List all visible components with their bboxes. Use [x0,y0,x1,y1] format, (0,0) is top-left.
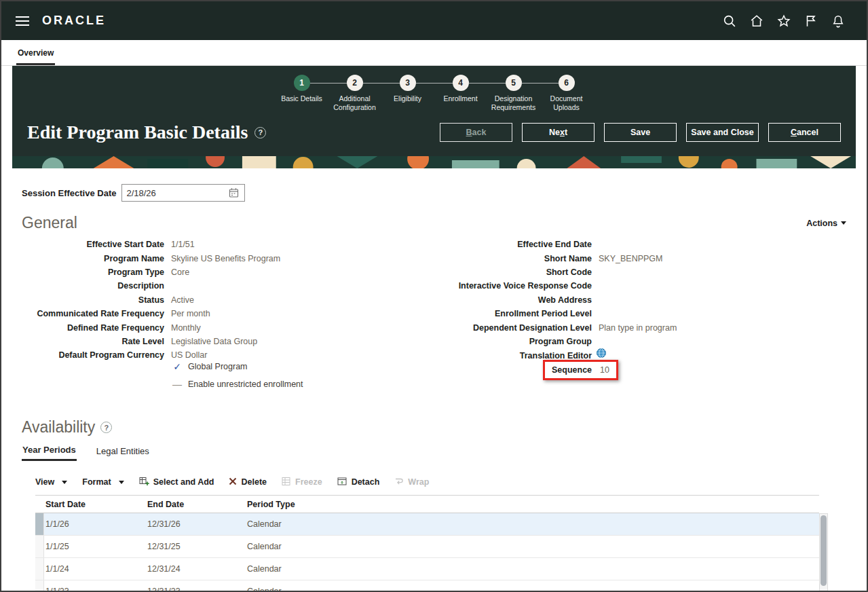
row-selector[interactable] [35,580,44,592]
detach-button[interactable]: Detach [337,477,380,488]
help-icon[interactable]: ? [254,127,266,138]
field-label: Effective Start Date [22,240,164,249]
search-icon[interactable] [716,7,743,35]
row-selector[interactable] [35,558,44,580]
vertical-scrollbar[interactable] [819,513,828,592]
availability-section-title: Availability [22,418,95,437]
column-header-period-type[interactable]: Period Type [246,500,819,509]
chevron-down-icon [119,481,124,484]
train-step-document-uploads[interactable]: 6 Document Uploads [540,75,593,112]
favorites-star-icon[interactable] [770,7,797,35]
table-row[interactable]: 1/1/24 12/31/24 Calendar [35,558,819,580]
enable-unrestricted-enrollment-checkbox[interactable]: — Enable unrestricted enrollment [172,379,303,390]
field-label: Enrollment Period Level [436,309,592,318]
select-and-add-button[interactable]: Select and Add [139,476,214,488]
translation-editor-globe-icon[interactable] [596,348,607,360]
menu-icon[interactable] [12,11,33,31]
step-circle: 1 [294,75,310,91]
back-button[interactable]: Back [440,123,512,142]
step-circle: 2 [347,75,363,91]
application-window: ORACLE Overview 1 Basic Details 2 [0,0,868,592]
table-toolbar: View Format Select and Add Delete Freeze… [35,476,846,488]
step-circle: 5 [506,75,522,91]
train-step-eligibility[interactable]: 3 Eligibility [381,75,434,112]
help-icon[interactable]: ? [100,422,112,433]
train-step-designation-requirements[interactable]: 5 Designation Requirements [487,75,540,112]
scrollbar-thumb[interactable] [820,515,827,586]
train-step-basic-details[interactable]: 1 Basic Details [276,75,328,112]
oracle-logo: ORACLE [42,14,106,28]
field-value: Plan type in program [599,323,677,333]
field-label: Web Address [436,295,592,305]
field-label: Short Code [436,267,592,277]
save-button[interactable]: Save [604,123,677,142]
general-section-title: General [22,214,77,232]
table-row[interactable]: 1/1/25 12/31/25 Calendar [35,536,819,558]
freeze-button[interactable]: Freeze [282,477,322,488]
notifications-bell-icon[interactable] [825,7,852,35]
table-header: Start Date End Date Period Type [35,495,819,513]
column-header-start-date[interactable]: Start Date [44,500,146,509]
announcements-flag-icon[interactable] [797,7,825,35]
tab-overview[interactable]: Overview [16,42,55,65]
decorative-artwork [12,156,856,168]
field-label: Program Group [436,337,592,346]
cell-start-date: 1/1/26 [44,519,146,529]
format-menu-button[interactable]: Format [82,477,124,487]
view-menu-button[interactable]: View [35,477,67,487]
table-row[interactable]: 1/1/23 12/31/23 Calendar [35,580,819,592]
chevron-down-icon [62,481,67,484]
freeze-icon [282,477,291,488]
step-circle: 3 [400,75,416,91]
row-selector[interactable] [35,513,44,535]
field-label: Default Program Currency [22,350,164,360]
global-header: ORACLE [1,1,867,40]
field-label: Status [22,295,164,305]
tab-legal-entities[interactable]: Legal Entities [96,445,150,461]
translation-editor-label: Translation Editor [520,351,592,360]
cell-period-type: Calendar [246,587,819,592]
cell-end-date: 12/31/24 [146,564,246,574]
page-banner: 1 Basic Details 2 Additional Configurati… [12,66,856,168]
global-program-checkbox[interactable]: ✓ Global Program [172,361,248,372]
general-fields: Effective Start Date1/1/51 Program NameS… [22,238,846,402]
cancel-button[interactable]: Cancel [768,123,841,142]
sequence-value: 10 [600,365,609,375]
cell-start-date: 1/1/25 [44,542,146,551]
banner-actions: Back Next Save Save and Close Cancel [430,123,841,142]
cell-start-date: 1/1/24 [44,564,146,574]
cell-end-date: 12/31/26 [146,519,246,529]
wrap-button[interactable]: Wrap [394,477,429,487]
save-and-close-button[interactable]: Save and Close [686,123,759,142]
date-picker-icon[interactable] [225,186,243,200]
train-step-enrollment[interactable]: 4 Enrollment [434,75,487,112]
home-icon[interactable] [743,7,770,35]
field-value: Skyline US Benefits Program [171,254,280,263]
step-circle: 6 [559,75,575,91]
session-effective-date-input[interactable] [122,185,224,201]
field-value: Core [171,267,280,277]
next-button[interactable]: Next [522,123,595,142]
step-circle: 4 [453,75,469,91]
row-selector[interactable] [35,536,44,557]
detach-icon [337,477,347,488]
field-label: Short Name [436,254,592,263]
field-value: US Dollar [171,350,280,360]
field-value: Monthly [171,323,280,333]
train-step-additional-configuration[interactable]: 2 Additional Configuration [328,75,381,112]
step-label: Eligibility [382,94,434,103]
cell-period-type: Calendar [246,564,819,574]
year-periods-table: Start Date End Date Period Type 1/1/26 1… [35,495,828,592]
actions-menu-button[interactable]: Actions [806,219,846,228]
wrap-icon [394,477,404,487]
tab-year-periods[interactable]: Year Periods [22,445,77,461]
table-row[interactable]: 1/1/26 12/31/26 Calendar [35,513,819,536]
delete-button[interactable]: Delete [229,477,267,487]
field-value: Active [171,295,280,305]
step-label: Enrollment [435,94,487,103]
cell-period-type: Calendar [246,542,819,551]
sequence-label: Sequence [552,365,592,375]
field-label: Program Type [22,267,164,277]
column-header-end-date[interactable]: End Date [146,500,246,509]
step-label: Document Uploads [541,94,592,112]
